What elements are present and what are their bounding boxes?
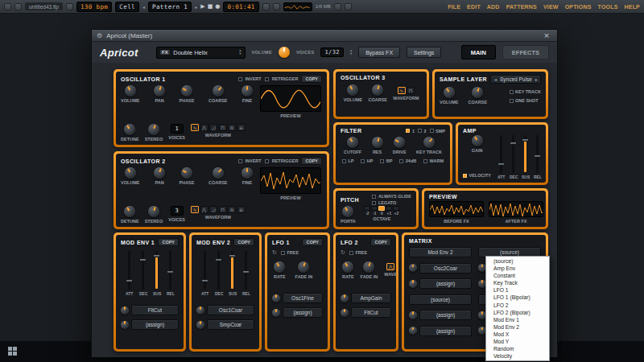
pattern-prev-icon[interactable]: ◂ (142, 4, 145, 10)
waveform-button[interactable]: ∿ (191, 124, 199, 131)
osc2-knob[interactable]: PAN (154, 167, 165, 185)
knob-dial[interactable] (394, 137, 405, 148)
osc1-invert-checkbox[interactable] (238, 77, 242, 81)
slider-handle[interactable] (510, 142, 517, 145)
knob-dial[interactable] (274, 261, 285, 273)
slider-handle[interactable] (215, 258, 222, 261)
filter-mode-checkbox[interactable] (361, 159, 365, 163)
filter-route-smp-checkbox[interactable] (430, 129, 434, 133)
knob-dial[interactable] (154, 85, 165, 97)
octave-cell-selected[interactable] (378, 206, 385, 211)
waveform-button[interactable]: ∿ (398, 87, 406, 94)
key-track-checkbox[interactable] (510, 90, 514, 94)
knob-dial[interactable] (148, 124, 159, 135)
slider-handle[interactable] (242, 270, 250, 274)
matrix-target-selector[interactable]: Osc2Coar (419, 263, 472, 274)
osc2-knob[interactable]: DETUNE (121, 206, 139, 224)
osc1-knob[interactable]: DETUNE (121, 124, 139, 142)
panel-toggle-icon[interactable] (4, 3, 11, 10)
osc1-copy-button[interactable]: COPY (301, 75, 322, 83)
dropdown-option[interactable]: Mod Env 2 (486, 323, 549, 331)
lfo1-copy-button[interactable]: COPY (302, 238, 323, 246)
target-selector[interactable]: (assign) (283, 307, 323, 318)
knob-dial[interactable] (444, 87, 455, 98)
dropdown-option[interactable]: (source) (486, 257, 549, 265)
bpm-display[interactable]: 130 bpm (76, 2, 112, 12)
knob-dial[interactable] (423, 137, 435, 148)
menu-item[interactable]: TOOLS (598, 4, 618, 10)
knob-dial[interactable] (125, 85, 136, 97)
knob-dial[interactable] (372, 137, 383, 148)
knob-dial[interactable] (125, 167, 136, 179)
waveform-button[interactable]: ≋ (228, 124, 236, 131)
osc1-knob[interactable]: VOLUME (121, 85, 140, 103)
waveform-button[interactable]: ⊓ (407, 87, 415, 94)
amount-knob[interactable] (409, 327, 417, 335)
osc1-knob[interactable]: STEREO (145, 124, 163, 142)
amp-gain-knob[interactable]: GAIN (463, 135, 491, 153)
modenv1-slider[interactable] (139, 251, 147, 290)
knob-dial[interactable] (242, 167, 253, 179)
amp-envelope-slider[interactable] (534, 135, 541, 173)
modenv1-slider[interactable] (126, 251, 133, 290)
sample-next-icon[interactable]: ▸ (535, 76, 538, 82)
matrix-target-selector[interactable]: (assign) (419, 310, 472, 320)
slider-handle[interactable] (139, 258, 147, 261)
target-selector[interactable]: AmpGain (351, 293, 391, 303)
waveform-button[interactable]: ≡ (237, 206, 246, 213)
tab-main[interactable]: MAIN (461, 45, 496, 60)
close-icon[interactable]: × (541, 31, 552, 39)
menu-item[interactable]: FILE (448, 4, 460, 10)
modenv2-slider[interactable] (201, 251, 208, 290)
amount-knob[interactable] (272, 294, 280, 302)
modenv2-copy-button[interactable]: COPY (233, 238, 254, 246)
dropdown-option[interactable]: LFO 1 (Bipolar) (486, 294, 549, 301)
matrix-source-selector[interactable]: (source) (409, 294, 472, 305)
osc1-voices-value[interactable]: 1 (171, 124, 184, 134)
lfo2-copy-button[interactable]: COPY (370, 238, 391, 246)
osc1-knob[interactable]: FINE (242, 85, 253, 103)
metronome-icon[interactable] (262, 3, 270, 10)
osc3-volume-knob[interactable]: VOLUME (344, 84, 363, 102)
octave-cell[interactable] (371, 206, 378, 211)
dropdown-option[interactable]: Amp Env (486, 265, 549, 272)
lfo1-free-checkbox[interactable] (281, 251, 285, 255)
knob-dial[interactable] (124, 124, 135, 135)
osc1-knob[interactable]: COARSE (208, 85, 228, 103)
waveform-button[interactable]: ◿ (209, 206, 217, 213)
waveform-button[interactable]: ◿ (209, 124, 217, 131)
modenv1-copy-button[interactable]: COPY (158, 238, 179, 246)
voices-value[interactable]: 1/32 (320, 47, 343, 57)
amount-knob[interactable] (409, 264, 417, 272)
filter-mode-checkbox[interactable] (342, 159, 346, 163)
start-button[interactable] (8, 347, 17, 356)
bypass-fx-button[interactable]: Bypass FX (358, 47, 400, 58)
settings-button[interactable]: Settings (407, 47, 441, 58)
play-icon[interactable]: ▶ (200, 3, 204, 10)
slider-handle[interactable] (167, 270, 174, 274)
plugin-options-gear-icon[interactable]: ⚙ (97, 32, 102, 39)
dropdown-option[interactable]: Constant (486, 272, 549, 279)
osc1-retrigger-checkbox[interactable] (265, 77, 269, 81)
filter-mode-checkbox[interactable] (423, 159, 427, 163)
tab-effects[interactable]: EFFECTS (502, 45, 549, 60)
mixer-icon[interactable] (334, 3, 341, 10)
target-selector[interactable]: SmpCoar (207, 319, 254, 330)
osc2-copy-button[interactable]: COPY (301, 157, 322, 165)
modenv2-slider[interactable] (215, 251, 222, 290)
filter-mode[interactable]: LP (342, 158, 354, 163)
dropdown-option[interactable]: Velocity (486, 352, 549, 360)
menu-item[interactable]: VIEW (543, 4, 559, 10)
lfo2-sync-loop-icon[interactable]: ↻ (341, 249, 345, 256)
knob-dial[interactable] (342, 261, 353, 273)
knob-dial[interactable] (363, 261, 374, 273)
osc3-coarse-knob[interactable]: COARSE (369, 84, 388, 102)
master-volume-knob[interactable] (279, 47, 290, 58)
window-titlebar[interactable]: ⚙ Apricot (Master) × (92, 30, 557, 42)
waveform-button[interactable]: ⋀ (200, 124, 208, 131)
filter-mode-checkbox[interactable] (380, 159, 384, 163)
porta-knob[interactable]: PORTA (341, 206, 356, 224)
slider-handle[interactable] (534, 154, 541, 158)
amp-envelope-slider[interactable] (522, 135, 529, 173)
sample-volume-knob[interactable]: VOLUME (440, 87, 459, 105)
